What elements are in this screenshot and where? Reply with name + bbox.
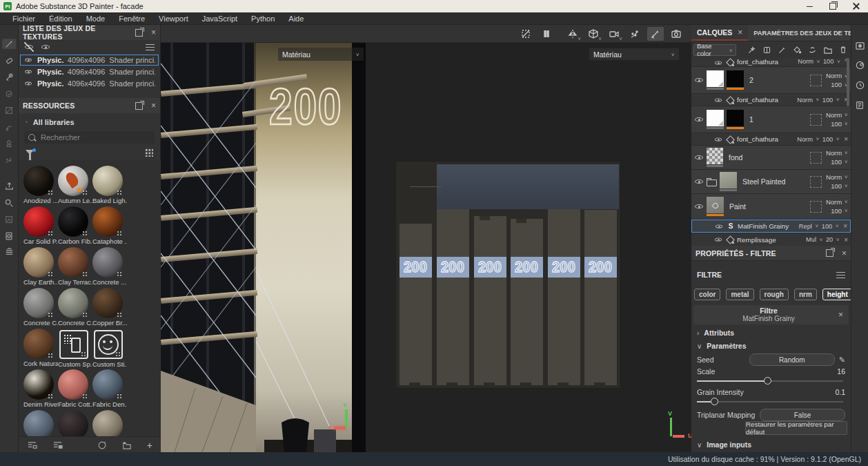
layer-effect-row-partial[interactable]: font_chathura Norm∨ 100∨ ^: [691, 58, 851, 66]
screenshot-button[interactable]: [668, 27, 684, 41]
viewport-3d[interactable]: 200 Matériau ∨ Y x: [161, 43, 366, 452]
layer-effect-row-remplissage[interactable]: Remplissage Mul∨ 20∨ ×: [691, 233, 851, 246]
blend-mode[interactable]: Norm: [797, 97, 813, 104]
smudge-tool[interactable]: [2, 105, 16, 115]
pause-engine-button[interactable]: [538, 27, 555, 41]
menu-item-javascript[interactable]: JavaScript: [195, 12, 244, 25]
eraser-tool[interactable]: [2, 55, 16, 66]
resource-item[interactable]: Fabric Den...: [92, 369, 127, 410]
scale-value[interactable]: 16: [837, 367, 845, 376]
filter-funnel-icon[interactable]: [26, 150, 34, 155]
layer-effect-row-matfinish-grainy[interactable]: S MatFinish Grainy Repl∨ 100∨ ×: [691, 220, 851, 233]
visibility-icon[interactable]: [41, 42, 50, 52]
tab-calques[interactable]: CALQUES ×: [691, 25, 748, 41]
projection-tool[interactable]: [2, 72, 16, 82]
close-panel-icon[interactable]: ×: [842, 250, 847, 257]
add-resource-button[interactable]: +: [147, 440, 152, 451]
scale-slider[interactable]: [697, 377, 843, 385]
blend-mode[interactable]: Repl: [799, 223, 812, 230]
stamp-tool[interactable]: [2, 138, 16, 148]
layer-eye-icon[interactable]: [715, 222, 723, 231]
opacity-value[interactable]: 100: [822, 136, 834, 143]
grain-intensity-slider[interactable]: [697, 398, 843, 406]
filter-slot[interactable]: Filtre MatFinish Grainy ×: [693, 305, 849, 324]
session-resources-icon[interactable]: [97, 440, 107, 450]
layer-content-thumbnail[interactable]: [707, 70, 724, 87]
blend-mode[interactable]: Norm: [797, 136, 813, 143]
texture-set-row[interactable]: Physic... 4096x4096 Shader princi...: [20, 78, 159, 89]
shelf-icon[interactable]: [2, 247, 16, 258]
library-group-row[interactable]: › All libraries: [19, 115, 160, 130]
resource-item[interactable]: Cork Natural: [23, 329, 58, 369]
clone-tool[interactable]: [2, 122, 16, 132]
opacity-value[interactable]: 20: [826, 236, 833, 243]
add-paint-layer-icon[interactable]: [778, 46, 787, 55]
blend-mode[interactable]: Norm: [826, 198, 842, 206]
blend-mode[interactable]: Norm: [798, 58, 813, 65]
remove-effect-icon[interactable]: ×: [844, 236, 848, 244]
undock-panel-icon[interactable]: [826, 249, 834, 257]
search-input[interactable]: [39, 133, 139, 142]
add-fill-layer-icon[interactable]: [793, 46, 802, 55]
resource-item[interactable]: Fabric Cott...: [58, 369, 92, 410]
resource-item[interactable]: Custom Sti...: [92, 329, 127, 369]
opacity-value[interactable]: 100: [822, 223, 833, 230]
menu-item-mode[interactable]: Mode: [79, 12, 112, 25]
perspective-mode-button[interactable]: ∨: [585, 27, 602, 41]
smart-materials-icon[interactable]: [2, 214, 16, 224]
resource-item[interactable]: Concrete ...: [92, 247, 127, 288]
smart-masks-icon[interactable]: [2, 231, 16, 241]
menu-item-aide[interactable]: Aide: [282, 12, 310, 25]
layer-eye-icon[interactable]: [694, 153, 704, 162]
resource-item[interactable]: Concrete C...: [58, 288, 92, 329]
texture-set-eye-icon[interactable]: [24, 68, 32, 75]
delete-layer-icon[interactable]: [839, 46, 847, 55]
symmetry-button[interactable]: ∨: [564, 27, 581, 41]
history-icon[interactable]: [855, 80, 865, 90]
grain-intensity-value[interactable]: 0.1: [835, 388, 845, 396]
particles-tool[interactable]: [2, 155, 16, 165]
tab-close-icon[interactable]: ×: [738, 29, 742, 36]
camera-view-button[interactable]: ∨: [606, 27, 622, 41]
toggle-all-visibility-icon[interactable]: [24, 42, 34, 52]
group-folder-icon[interactable]: [707, 178, 717, 186]
channel-nrm-button[interactable]: nrm: [794, 289, 817, 300]
resource-item[interactable]: Custom Sp...: [58, 329, 92, 369]
texture-set-eye-icon[interactable]: [24, 79, 32, 87]
close-panel-icon[interactable]: ×: [151, 102, 156, 109]
menu-item-fichier[interactable]: Fichier: [6, 12, 42, 25]
texture-set-row[interactable]: Physic... 4096x4096 Shader princi...: [20, 66, 159, 77]
layer-content-thumbnail[interactable]: [707, 110, 724, 126]
polygon-fill-tool[interactable]: [2, 88, 16, 99]
layer-eye-icon[interactable]: [714, 96, 722, 104]
channel-height-button[interactable]: height: [822, 289, 853, 300]
menu-item-fenetre[interactable]: Fenêtre: [112, 12, 152, 25]
close-panel-icon[interactable]: ×: [151, 29, 156, 36]
add-smart-material-icon[interactable]: [808, 46, 817, 55]
layer-mask-thumbnail[interactable]: [727, 110, 744, 126]
export-list-icon[interactable]: [52, 440, 63, 449]
resource-item[interactable]: [92, 410, 127, 436]
close-button[interactable]: [845, 0, 868, 12]
texture-set-eye-icon[interactable]: [24, 56, 32, 64]
resource-item[interactable]: Autumn Le...: [58, 166, 92, 206]
particles-button[interactable]: [627, 27, 643, 41]
minimize-button[interactable]: [798, 0, 821, 12]
shader-settings-icon[interactable]: [855, 60, 865, 70]
clear-filter-icon[interactable]: ×: [838, 311, 843, 318]
texture-set-row[interactable]: Physic... 4096x4096 Shader princi...: [20, 55, 159, 66]
blend-mode[interactable]: Norm: [826, 111, 842, 119]
resource-item[interactable]: Denim Rivet: [23, 369, 58, 410]
filter-options-icon[interactable]: [836, 272, 845, 278]
brush-mode-button[interactable]: [647, 27, 664, 41]
slider-track[interactable]: [697, 401, 843, 402]
display-settings-icon[interactable]: [855, 41, 865, 50]
opacity-value[interactable]: 100: [822, 97, 834, 104]
menu-item-viewport[interactable]: Viewport: [152, 12, 195, 25]
resource-item[interactable]: Anodized ...: [23, 166, 58, 206]
layer-eye-icon[interactable]: [694, 115, 704, 124]
resource-item[interactable]: Car Solid P...: [23, 206, 58, 247]
blend-mode[interactable]: Mul: [806, 236, 816, 243]
undock-panel-icon[interactable]: [135, 29, 143, 37]
reset-parameters-button[interactable]: Restaurer les paramètres par défaut: [745, 421, 847, 435]
